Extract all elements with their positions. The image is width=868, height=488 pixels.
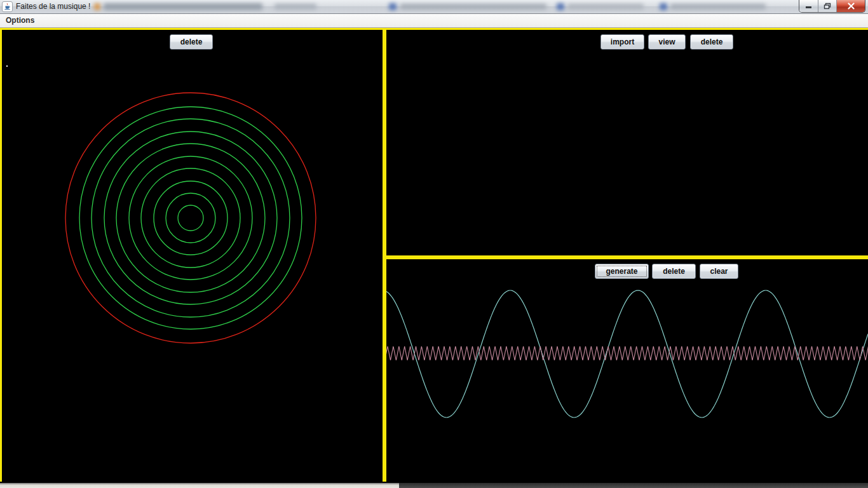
blurred-window-text: [567, 4, 644, 10]
delete-library-button[interactable]: delete: [690, 34, 733, 50]
java-coffee-cup-icon[interactable]: [2, 1, 13, 12]
waves-canvas: [386, 259, 868, 483]
window-title: Faites de la musique !: [16, 0, 90, 13]
circles-canvas: [2, 30, 383, 482]
blurred-window-text: [94, 3, 100, 10]
blurred-window-text: [660, 3, 667, 10]
blurred-window-text: [557, 3, 564, 10]
app-window: Faites de la musique !: [0, 0, 868, 488]
circles-panel[interactable]: [2, 30, 383, 482]
blurred-window-text: [389, 3, 397, 10]
bottom-frame-left: [0, 483, 399, 488]
content-area: delete import view delete generate delet…: [0, 28, 868, 488]
minimize-button[interactable]: [799, 0, 818, 12]
view-button[interactable]: view: [648, 34, 686, 50]
close-icon[interactable]: [837, 0, 865, 12]
yellow-divider-vertical: [383, 28, 386, 482]
menu-bar: Options: [0, 14, 868, 28]
delete-circles-button[interactable]: delete: [170, 34, 213, 50]
menu-options[interactable]: Options: [0, 14, 40, 27]
stray-dot: [6, 65, 8, 67]
restore-button[interactable]: [818, 0, 837, 12]
bottom-frame-right: [399, 483, 868, 488]
library-panel[interactable]: [386, 30, 868, 255]
title-bar: Faites de la musique !: [0, 0, 868, 14]
blurred-window-text: [400, 4, 546, 10]
waves-panel[interactable]: [386, 259, 868, 483]
generate-button[interactable]: generate: [595, 264, 649, 279]
yellow-border-left: [0, 28, 2, 482]
yellow-divider-horizontal: [383, 255, 868, 259]
import-button[interactable]: import: [600, 34, 644, 50]
window-controls: [799, 0, 865, 13]
yellow-border-top: [0, 28, 868, 30]
delete-waves-button[interactable]: delete: [652, 264, 696, 279]
blurred-window-text: [670, 4, 766, 10]
blurred-window-text: [104, 3, 262, 10]
blurred-window-text: [275, 4, 316, 10]
clear-button[interactable]: clear: [700, 264, 738, 279]
